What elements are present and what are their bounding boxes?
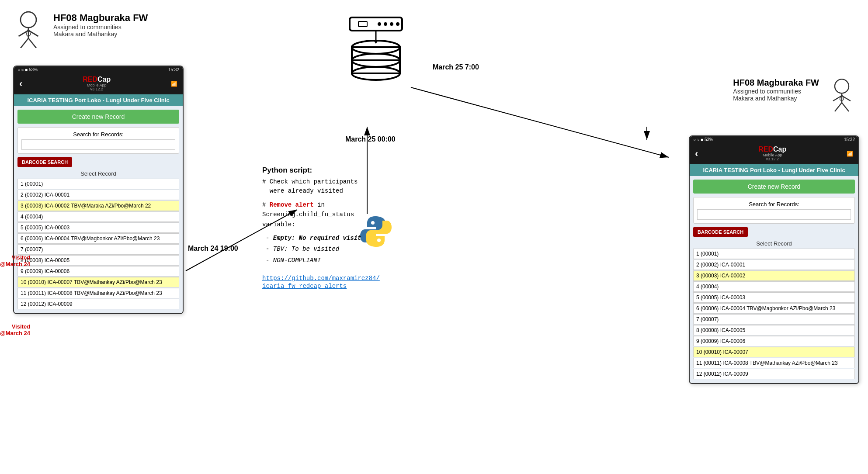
left-phone-body: Create new Record Search for Records: BA… [14, 106, 183, 313]
right-person-info: HF08 Magburaka FW Assigned to communitie… [733, 74, 819, 102]
left-redcap-logo: REDCap Mobile App v3.12.2 [83, 76, 111, 92]
svg-point-14 [396, 22, 399, 26]
right-wifi-icon: 📶 [847, 151, 853, 157]
list-item[interactable]: 10 (00010) ICA-00007 TBV@Mathankay AZi/P… [17, 277, 179, 287]
list-item[interactable]: 1 (00001) [17, 179, 179, 189]
right-person-avatar [824, 74, 859, 114]
list-item[interactable]: 7 (00007) [693, 314, 855, 325]
svg-rect-13 [350, 17, 402, 31]
center-section [245, 13, 507, 87]
right-search-input[interactable] [697, 209, 851, 220]
python-link[interactable]: https://github.com/maxramirez84/icaria f… [262, 275, 380, 290]
march25-00-label: March 25 00:00 [345, 135, 396, 143]
march25-7-label: March 25 7:00 [433, 63, 479, 71]
svg-line-3 [411, 87, 669, 157]
list-item[interactable]: 6 (00006) ICA-00004 TBV@Magbonkor AZi/Pb… [693, 303, 855, 314]
list-item[interactable]: 3 (00003) ICA-00002 [693, 270, 855, 281]
left-search-section: Search for Records: [17, 127, 179, 154]
left-phone: ○ ≈ ■ 53% 15:32 ‹ REDCap Mobile App v3.1… [13, 66, 184, 314]
left-back-button[interactable]: ‹ [19, 78, 22, 90]
list-item[interactable]: 11 (00011) ICA-00008 TBV@Mathankay AZi/P… [693, 358, 855, 368]
svg-point-6 [21, 12, 36, 28]
right-nav-bar: ‹ REDCap Mobile App v3.12.2 📶 [690, 143, 858, 164]
list-item[interactable]: 2 (00002) ICA-00001 [17, 190, 179, 200]
list-item[interactable]: 9 (00009) ICA-00006 [693, 336, 855, 346]
right-select-label: Select Record [693, 240, 855, 247]
right-redcap-logo: REDCap Mobile App v3.12.2 [758, 145, 786, 162]
right-person-line2: Makara and Mathankay [733, 95, 819, 102]
list-item[interactable]: 1 (00001) [693, 249, 855, 259]
list-item[interactable]: 8 (00008) ICA-00005 [17, 255, 179, 266]
list-item[interactable]: 3 (00003) ICA-00002 TBV@Maraka AZi/Pbo@M… [17, 201, 179, 211]
svg-line-32 [835, 103, 842, 111]
left-status-left: ○ ≈ ■ 53% [17, 67, 38, 72]
left-nav-bar: ‹ REDCap Mobile App v3.12.2 📶 [14, 73, 183, 94]
right-status-left: ○ ≈ ■ 53% [693, 137, 713, 142]
list-item[interactable]: 5 (00005) ICA-00003 [17, 222, 179, 233]
svg-point-17 [378, 22, 381, 26]
list-item[interactable]: 2 (00002) ICA-00001 [693, 259, 855, 270]
list-item[interactable]: 8 (00008) ICA-00005 [693, 325, 855, 336]
svg-point-28 [835, 79, 849, 93]
database-icon [341, 13, 411, 83]
right-phone: ○ ≈ ■ 53% 15:32 ‹ REDCap Mobile App v3.1… [689, 135, 859, 384]
python-bullet-1: - Empty: No required visit [266, 233, 481, 244]
right-search-label: Search for Records: [697, 201, 851, 208]
left-select-label: Select Record [17, 170, 179, 177]
left-wifi-icon: 📶 [171, 81, 177, 87]
left-person-line1: Assigned to communities [53, 24, 148, 31]
right-search-section: Search for Records: [693, 197, 855, 224]
svg-marker-25 [374, 41, 378, 44]
list-item[interactable]: 4 (00004) [17, 211, 179, 222]
left-person-name: HF08 Magburaka FW [53, 12, 148, 24]
left-search-input[interactable] [21, 139, 175, 150]
list-item[interactable]: 7 (00007) [17, 244, 179, 255]
right-barcode-button[interactable]: BARCODE SEARCH [693, 227, 748, 237]
left-person-line2: Makara and Mathankay [53, 31, 148, 38]
right-status-bar: ○ ≈ ■ 53% 15:32 [690, 136, 858, 143]
left-status-bar: ○ ≈ ■ 53% 15:32 [14, 66, 183, 73]
python-bullet-2: - TBV: To be visited [266, 244, 481, 255]
python-remove-alert: Remove alert [270, 201, 314, 208]
list-item[interactable]: 12 (00012) ICA-00009 [17, 299, 179, 309]
left-visited-label-1: Visited @March 24 [0, 254, 30, 267]
python-section: Python script: # Check which participant… [262, 166, 481, 290]
svg-rect-18 [358, 21, 367, 27]
list-item[interactable]: 9 (00009) ICA-00006 [17, 266, 179, 277]
left-person-info: HF08 Magburaka FW Assigned to communitie… [53, 9, 148, 38]
right-back-button[interactable]: ‹ [695, 148, 698, 159]
list-item[interactable]: 11 (00011) ICA-00008 TBV@Mathankay AZi/P… [17, 288, 179, 298]
left-search-label: Search for Records: [21, 131, 175, 138]
python-title: Python script: [262, 166, 481, 175]
right-create-button[interactable]: Create new Record [693, 180, 855, 194]
list-item[interactable]: 10 (00010) ICA-00007 [693, 347, 855, 357]
python-bullet-3: - NON-COMPLIANT [266, 255, 481, 266]
left-record-list: 1 (00001)2 (00002) ICA-000013 (00003) IC… [17, 179, 179, 309]
svg-line-11 [28, 38, 36, 48]
svg-line-10 [21, 38, 28, 48]
right-status-right: 15:32 [844, 137, 855, 142]
left-clinic-banner: ICARIA TESTING Port Loko - Lungi Under F… [14, 94, 183, 106]
right-phone-body: Create new Record Search for Records: BA… [690, 176, 858, 383]
right-record-list: 1 (00001)2 (00002) ICA-000013 (00003) IC… [693, 249, 855, 379]
left-person-section: HF08 Magburaka FW Assigned to communitie… [9, 9, 148, 48]
python-bullet-list: - Empty: No required visit - TBV: To be … [266, 233, 481, 266]
left-barcode-button[interactable]: BARCODE SEARCH [17, 157, 72, 167]
left-create-button[interactable]: Create new Record [17, 110, 179, 124]
right-clinic-banner: ICARIA TESTING Port Loko - Lungi Under F… [690, 164, 858, 176]
right-person-line1: Assigned to communities [733, 88, 819, 95]
march24-label: March 24 19:00 [188, 245, 238, 253]
list-item[interactable]: 6 (00006) ICA-00004 TBV@Magbonkor AZi/Pb… [17, 233, 179, 244]
list-item[interactable]: 5 (00005) ICA-00003 [693, 292, 855, 303]
list-item[interactable]: 12 (00012) ICA-00009 [693, 369, 855, 379]
svg-point-15 [390, 22, 393, 26]
left-person-avatar [9, 9, 48, 48]
list-item[interactable]: 4 (00004) [693, 281, 855, 292]
right-person-section: HF08 Magburaka FW Assigned to communitie… [733, 74, 859, 114]
python-code1: # Check which participants were already … [262, 177, 481, 196]
svg-line-33 [842, 103, 849, 111]
right-person-name: HF08 Magburaka FW [733, 78, 819, 88]
left-status-right: 15:32 [168, 67, 179, 72]
left-visited-label-2: Visited @March 24 [0, 323, 30, 336]
svg-point-16 [384, 22, 387, 26]
